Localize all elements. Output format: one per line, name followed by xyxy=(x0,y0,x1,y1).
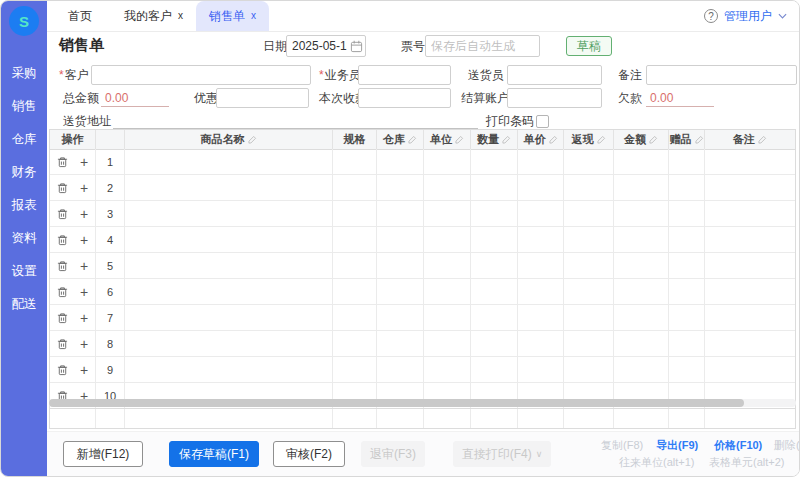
delete-row-icon[interactable] xyxy=(57,208,68,220)
remark-cell[interactable] xyxy=(705,175,795,200)
add-row-icon[interactable]: + xyxy=(80,233,88,247)
warehouse-cell[interactable] xyxy=(377,149,424,174)
product-name-cell[interactable] xyxy=(125,357,333,382)
add-row-icon[interactable]: + xyxy=(80,155,88,169)
remark-cell[interactable] xyxy=(705,279,795,304)
tab[interactable]: 我的客户 x xyxy=(111,1,196,31)
remark-cell[interactable] xyxy=(705,305,795,330)
product-name-cell[interactable] xyxy=(125,175,333,200)
audit-button[interactable]: 审核(F2) xyxy=(273,441,345,467)
ticket-input[interactable] xyxy=(425,35,540,57)
cashback-cell[interactable] xyxy=(564,227,614,252)
tab[interactable]: 销售单 x xyxy=(196,1,269,31)
remark-cell[interactable] xyxy=(705,331,795,356)
amount-cell[interactable] xyxy=(614,227,669,252)
sidebar-item[interactable]: 仓库 xyxy=(1,123,47,156)
quantity-cell[interactable] xyxy=(471,279,518,304)
delete-row-icon[interactable] xyxy=(57,182,68,194)
unit-price-cell[interactable] xyxy=(518,279,564,304)
warehouse-cell[interactable] xyxy=(377,331,424,356)
cashback-cell[interactable] xyxy=(564,305,614,330)
quantity-cell[interactable] xyxy=(471,305,518,330)
warehouse-cell[interactable] xyxy=(377,305,424,330)
gift-cell[interactable] xyxy=(669,149,705,174)
remark-cell[interactable] xyxy=(705,201,795,226)
quantity-cell[interactable] xyxy=(471,201,518,226)
product-name-cell[interactable] xyxy=(125,149,333,174)
user-menu[interactable]: 管理用户 xyxy=(724,8,772,25)
address-input[interactable] xyxy=(113,111,478,129)
unit-cell[interactable] xyxy=(424,201,471,226)
quantity-cell[interactable] xyxy=(471,149,518,174)
sidebar-item[interactable]: 财务 xyxy=(1,156,47,189)
delete-row-icon[interactable] xyxy=(57,260,68,272)
warehouse-cell[interactable] xyxy=(377,357,424,382)
unit-cell[interactable] xyxy=(424,175,471,200)
add-row-icon[interactable]: + xyxy=(80,363,88,377)
quantity-cell[interactable] xyxy=(471,331,518,356)
delivery-person-input[interactable] xyxy=(507,65,602,85)
gift-cell[interactable] xyxy=(669,279,705,304)
sidebar-item[interactable]: 销售 xyxy=(1,90,47,123)
product-name-cell[interactable] xyxy=(125,305,333,330)
amount-cell[interactable] xyxy=(614,279,669,304)
remark-cell[interactable] xyxy=(705,357,795,382)
add-row-icon[interactable]: + xyxy=(80,181,88,195)
unit-price-cell[interactable] xyxy=(518,227,564,252)
product-name-cell[interactable] xyxy=(125,331,333,356)
add-row-icon[interactable]: + xyxy=(80,311,88,325)
unit-price-cell[interactable] xyxy=(518,305,564,330)
salesman-input[interactable] xyxy=(358,65,451,85)
quantity-cell[interactable] xyxy=(471,253,518,278)
unit-cell[interactable] xyxy=(424,149,471,174)
tab-close-icon[interactable]: x xyxy=(251,11,256,21)
warehouse-cell[interactable] xyxy=(377,175,424,200)
scrollbar-thumb[interactable] xyxy=(49,399,744,407)
remark-cell[interactable] xyxy=(705,253,795,278)
delete-row-icon[interactable] xyxy=(57,338,68,350)
amount-cell[interactable] xyxy=(614,331,669,356)
amount-cell[interactable] xyxy=(614,201,669,226)
warehouse-cell[interactable] xyxy=(377,253,424,278)
delete-row-icon[interactable] xyxy=(57,286,68,298)
warehouse-cell[interactable] xyxy=(377,201,424,226)
settle-account-input[interactable] xyxy=(507,88,602,108)
tab[interactable]: 首页 xyxy=(55,1,111,31)
cashback-cell[interactable] xyxy=(564,357,614,382)
delete-row-icon[interactable] xyxy=(57,234,68,246)
delete-row-icon[interactable] xyxy=(57,364,68,376)
cashback-cell[interactable] xyxy=(564,279,614,304)
quantity-cell[interactable] xyxy=(471,357,518,382)
gift-cell[interactable] xyxy=(669,201,705,226)
amount-cell[interactable] xyxy=(614,175,669,200)
save-draft-button[interactable]: 保存草稿(F1) xyxy=(169,441,259,467)
unit-cell[interactable] xyxy=(424,253,471,278)
amount-cell[interactable] xyxy=(614,357,669,382)
unit-cell[interactable] xyxy=(424,279,471,304)
product-name-cell[interactable] xyxy=(125,227,333,252)
add-new-button[interactable]: 新增(F12) xyxy=(63,441,143,467)
cashback-cell[interactable] xyxy=(564,253,614,278)
add-row-icon[interactable]: + xyxy=(80,337,88,351)
delete-row-icon[interactable] xyxy=(57,156,68,168)
cashback-cell[interactable] xyxy=(564,201,614,226)
product-name-cell[interactable] xyxy=(125,201,333,226)
sidebar-item[interactable]: 采购 xyxy=(1,57,47,90)
unit-price-cell[interactable] xyxy=(518,201,564,226)
amount-cell[interactable] xyxy=(614,253,669,278)
price-link[interactable]: 价格(F10) xyxy=(714,438,762,453)
tab-close-icon[interactable]: x xyxy=(178,11,183,21)
amount-cell[interactable] xyxy=(614,149,669,174)
unit-cell[interactable] xyxy=(424,227,471,252)
product-name-cell[interactable] xyxy=(125,279,333,304)
export-link[interactable]: 导出(F9) xyxy=(656,438,698,453)
remark-cell[interactable] xyxy=(705,227,795,252)
unit-price-cell[interactable] xyxy=(518,149,564,174)
cashback-cell[interactable] xyxy=(564,331,614,356)
print-barcode-checkbox[interactable] xyxy=(536,115,549,128)
amount-cell[interactable] xyxy=(614,305,669,330)
warehouse-cell[interactable] xyxy=(377,279,424,304)
add-row-icon[interactable]: + xyxy=(80,259,88,273)
remark-input[interactable] xyxy=(646,65,797,85)
unit-price-cell[interactable] xyxy=(518,357,564,382)
